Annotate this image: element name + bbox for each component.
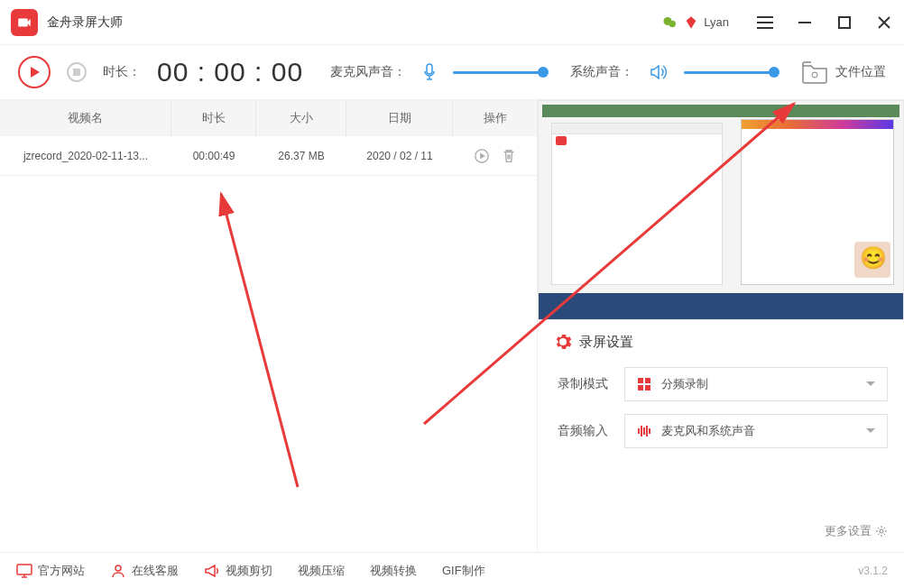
folder-icon — [801, 60, 828, 84]
user-name: Lyan — [704, 15, 729, 29]
gear-icon — [554, 333, 572, 351]
gear-outline-icon — [875, 525, 888, 537]
svg-point-9 — [880, 529, 883, 533]
close-button[interactable] — [875, 14, 893, 32]
svg-rect-8 — [645, 385, 650, 390]
mode-value: 分频录制 — [661, 376, 856, 392]
support-link[interactable]: 在线客服 — [110, 563, 179, 579]
record-mode-select[interactable]: 分频录制 — [624, 367, 888, 401]
td-filename: jzrecord_2020-02-11-13... — [0, 136, 171, 176]
svg-point-1 — [669, 20, 677, 27]
support-icon — [110, 563, 126, 579]
play-row-icon[interactable] — [474, 148, 490, 164]
table-row[interactable]: jzrecord_2020-02-11-13... 00:00:49 26.37… — [0, 136, 537, 176]
menu-button[interactable] — [756, 14, 774, 32]
settings-panel: 录屏设置 录制模式 分频录制 音频输入 麦克风和系统声音 更多设置 — [538, 320, 904, 552]
microphone-icon[interactable] — [422, 63, 437, 81]
control-bar: 时长： 00 : 00 : 00 麦克风声音： 系统声音： 文件位置 — [0, 45, 904, 99]
grid-icon — [636, 377, 652, 391]
file-location-button[interactable]: 文件位置 — [801, 60, 886, 84]
svg-rect-2 — [839, 17, 850, 28]
svg-rect-7 — [638, 385, 643, 390]
audio-input-label: 音频输入 — [554, 423, 608, 439]
play-icon — [28, 66, 41, 78]
audio-value: 麦克风和系统声音 — [661, 423, 856, 439]
version-label: v3.1.2 — [858, 565, 888, 577]
th-size: 大小 — [256, 100, 346, 136]
settings-title: 录屏设置 — [579, 334, 633, 351]
more-settings-label: 更多设置 — [825, 523, 872, 539]
delete-row-icon[interactable] — [501, 148, 517, 164]
audio-input-select[interactable]: 麦克风和系统声音 — [624, 414, 888, 448]
maximize-button[interactable] — [835, 14, 853, 32]
table-header: 视频名 时长 大小 日期 操作 — [0, 100, 537, 136]
svg-rect-5 — [638, 378, 643, 383]
th-date: 日期 — [346, 100, 453, 136]
more-settings-button[interactable]: 更多设置 — [825, 523, 888, 539]
record-button[interactable] — [18, 56, 51, 88]
preview-thumbnail — [539, 101, 903, 319]
preview-area — [538, 100, 904, 320]
th-ops: 操作 — [453, 100, 537, 136]
svg-rect-6 — [645, 378, 650, 383]
camera-icon — [16, 14, 32, 31]
mode-label: 录制模式 — [554, 376, 608, 392]
td-size: 26.37 MB — [256, 150, 346, 162]
video-convert-link[interactable]: 视频转换 — [370, 563, 417, 579]
th-name: 视频名 — [0, 100, 171, 136]
waveform-icon — [636, 425, 652, 437]
duration-label: 时长： — [103, 64, 141, 80]
video-compress-link[interactable]: 视频压缩 — [298, 563, 345, 579]
user-area[interactable]: Lyan — [662, 14, 729, 31]
stop-button[interactable] — [67, 62, 87, 82]
chevron-down-icon — [865, 427, 876, 435]
duration-time: 00 : 00 : 00 — [157, 57, 303, 87]
footer: 官方网站 在线客服 视频剪切 视频压缩 视频转换 GIF制作 v3.1.2 — [0, 552, 904, 588]
td-duration: 00:00:49 — [171, 150, 256, 162]
td-date: 2020 / 02 / 11 — [346, 150, 453, 162]
chevron-down-icon — [865, 381, 876, 388]
system-slider[interactable] — [684, 71, 774, 74]
mic-label: 麦克风声音： — [330, 64, 406, 80]
svg-point-11 — [115, 565, 121, 571]
app-title: 金舟录屏大师 — [47, 14, 123, 31]
megaphone-icon — [204, 563, 220, 579]
system-audio-label: 系统声音： — [570, 64, 633, 80]
recordings-panel: 视频名 时长 大小 日期 操作 jzrecord_2020-02-11-13..… — [0, 100, 538, 552]
gem-icon — [684, 15, 698, 30]
titlebar: 金舟录屏大师 Lyan — [0, 0, 904, 45]
speaker-icon[interactable] — [650, 64, 668, 80]
official-site-link[interactable]: 官方网站 — [16, 563, 85, 579]
app-logo — [11, 9, 38, 36]
monitor-icon — [16, 563, 32, 579]
mic-slider[interactable] — [453, 71, 543, 74]
video-cut-link[interactable]: 视频剪切 — [204, 563, 272, 579]
minimize-button[interactable] — [796, 14, 814, 32]
file-location-label: 文件位置 — [835, 64, 886, 80]
wechat-icon — [662, 14, 678, 31]
td-ops — [453, 148, 537, 164]
gif-link[interactable]: GIF制作 — [442, 563, 485, 579]
svg-rect-10 — [17, 565, 32, 574]
th-duration: 时长 — [171, 100, 256, 136]
